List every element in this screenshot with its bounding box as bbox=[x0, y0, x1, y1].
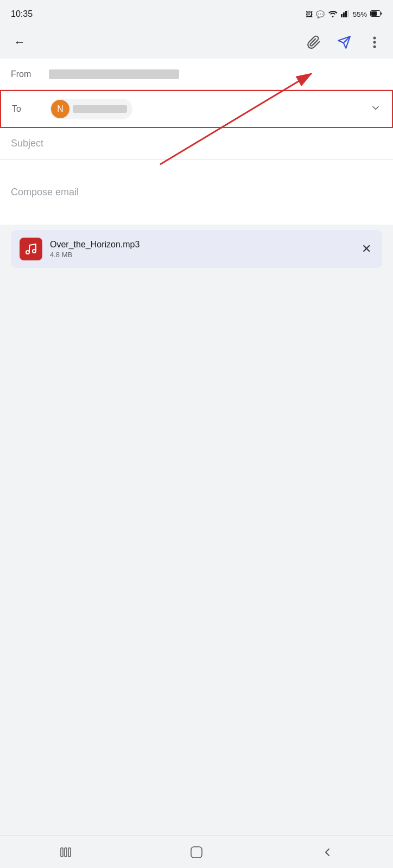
attach-button[interactable] bbox=[304, 33, 324, 52]
svg-point-10 bbox=[373, 46, 376, 48]
from-row: From bbox=[0, 59, 393, 90]
toolbar-actions bbox=[304, 33, 384, 52]
svg-point-11 bbox=[26, 251, 29, 254]
to-row[interactable]: To N bbox=[0, 90, 393, 128]
from-label: From bbox=[11, 69, 49, 79]
compose-form: From To N Subject Compose email bbox=[0, 59, 393, 225]
attachment-type-icon bbox=[20, 238, 42, 260]
paperclip-icon bbox=[307, 35, 321, 49]
battery-percentage: 55% bbox=[353, 10, 367, 18]
system-back-icon bbox=[322, 847, 332, 857]
attachment-filename: Over_the_Horizon.mp3 bbox=[50, 240, 352, 250]
chevron-down-icon bbox=[370, 103, 381, 113]
signal-icon bbox=[341, 10, 350, 19]
home-icon bbox=[191, 846, 202, 858]
battery-icon bbox=[370, 10, 382, 18]
svg-rect-5 bbox=[347, 10, 349, 17]
svg-rect-14 bbox=[65, 848, 67, 857]
svg-rect-15 bbox=[68, 848, 71, 857]
subject-field[interactable]: Subject bbox=[11, 138, 382, 149]
svg-point-8 bbox=[373, 37, 376, 40]
svg-point-12 bbox=[33, 250, 36, 253]
body-field[interactable]: Compose email bbox=[11, 187, 382, 198]
home-button[interactable] bbox=[175, 839, 218, 866]
more-options-button[interactable] bbox=[365, 33, 384, 52]
recent-apps-button[interactable] bbox=[44, 839, 87, 866]
svg-rect-13 bbox=[61, 848, 63, 857]
send-button[interactable] bbox=[334, 33, 354, 52]
gallery-icon: 🖼 bbox=[306, 10, 313, 18]
svg-rect-3 bbox=[343, 12, 345, 17]
body-row[interactable]: Compose email bbox=[0, 159, 393, 225]
nav-bar bbox=[0, 835, 393, 868]
attachment-card: Over_the_Horizon.mp3 4.8 MB ✕ bbox=[11, 230, 382, 268]
send-icon bbox=[337, 35, 351, 49]
compose-placeholder: Compose email bbox=[11, 187, 79, 198]
remove-attachment-button[interactable]: ✕ bbox=[359, 240, 373, 258]
from-field[interactable] bbox=[49, 69, 382, 79]
expand-recipients-button[interactable] bbox=[370, 103, 381, 116]
from-placeholder bbox=[49, 69, 179, 79]
attachment-size: 4.8 MB bbox=[50, 251, 352, 259]
back-button[interactable]: ← bbox=[9, 31, 30, 53]
svg-rect-4 bbox=[345, 11, 347, 17]
recipient-name-placeholder bbox=[73, 105, 127, 113]
status-icons: 🖼 💬 55% bbox=[306, 10, 382, 19]
recipient-chip[interactable]: N bbox=[50, 99, 132, 119]
music-icon bbox=[24, 242, 37, 256]
recent-apps-icon bbox=[60, 847, 72, 857]
svg-point-9 bbox=[373, 41, 376, 44]
svg-rect-16 bbox=[191, 847, 202, 858]
svg-rect-2 bbox=[341, 14, 343, 17]
to-field[interactable]: N bbox=[50, 99, 370, 119]
more-icon bbox=[373, 36, 376, 49]
subject-row[interactable]: Subject bbox=[0, 128, 393, 159]
status-time: 10:35 bbox=[11, 9, 33, 19]
attachment-info: Over_the_Horizon.mp3 4.8 MB bbox=[50, 240, 352, 259]
back-arrow-icon: ← bbox=[14, 35, 26, 49]
status-bar: 10:35 🖼 💬 55% bbox=[0, 0, 393, 26]
toolbar: ← bbox=[0, 26, 393, 59]
chat-icon: 💬 bbox=[316, 10, 325, 18]
wifi-icon bbox=[328, 10, 338, 19]
svg-rect-7 bbox=[371, 11, 377, 16]
to-label: To bbox=[12, 104, 50, 114]
avatar: N bbox=[51, 100, 69, 118]
system-back-button[interactable] bbox=[306, 839, 349, 866]
subject-placeholder: Subject bbox=[11, 138, 43, 149]
